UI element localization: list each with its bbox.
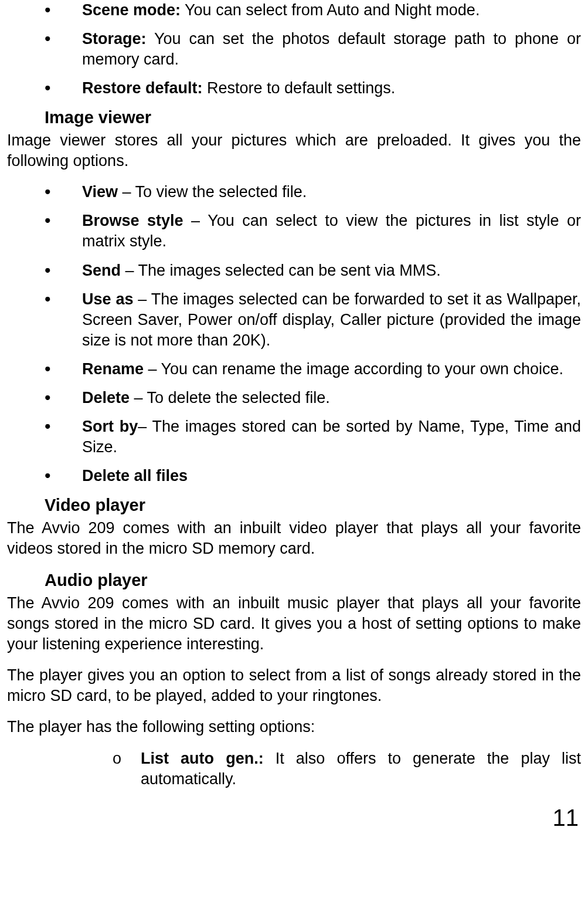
audio-player-intro-2: The player gives you an option to select… (7, 665, 581, 706)
list-item: Rename – You can rename the image accord… (7, 359, 581, 379)
list-item: Scene mode: You can select from Auto and… (7, 0, 581, 21)
list-item: Delete all files (7, 466, 581, 486)
list-item: Use as – The images selected can be forw… (7, 289, 581, 351)
video-player-intro: The Avvio 209 comes with an inbuilt vide… (7, 518, 581, 559)
item-label: List auto gen.: (141, 750, 264, 767)
document-page: Scene mode: You can select from Auto and… (0, 0, 588, 840)
item-text: – To view the selected file. (118, 183, 307, 201)
item-text: You can set the photos default storage p… (82, 30, 581, 68)
list-item: Browse style – You can select to view th… (7, 211, 581, 252)
item-label: Delete all files (82, 467, 188, 484)
audio-player-intro-3: The player has the following setting opt… (7, 717, 581, 737)
camera-options-list: Scene mode: You can select from Auto and… (7, 0, 581, 99)
audio-player-list: List auto gen.: It also offers to genera… (7, 748, 581, 789)
item-text: – You can rename the image according to … (144, 360, 563, 378)
list-item: View – To view the selected file. (7, 182, 581, 202)
list-item: Delete – To delete the selected file. (7, 388, 581, 408)
item-label: Storage: (82, 30, 147, 48)
list-item: Send – The images selected can be sent v… (7, 260, 581, 281)
item-text: – The images stored can be sorted by Nam… (82, 418, 581, 456)
audio-player-intro-1: The Avvio 209 comes with an inbuilt musi… (7, 593, 581, 655)
item-text: – The images selected can be sent via MM… (121, 262, 441, 279)
item-label: Restore default: (82, 79, 203, 97)
list-item: List auto gen.: It also offers to genera… (82, 748, 581, 789)
image-viewer-intro: Image viewer stores all your pictures wh… (7, 130, 581, 171)
image-viewer-list: View – To view the selected file. Browse… (7, 182, 581, 486)
item-label: Use as (82, 290, 133, 308)
item-label: Rename (82, 360, 144, 378)
list-item: Storage: You can set the photos default … (7, 29, 581, 70)
list-item: Restore default: Restore to default sett… (7, 78, 581, 99)
item-text: Restore to default settings. (203, 79, 396, 97)
audio-player-heading: Audio player (45, 570, 581, 592)
video-player-heading: Video player (45, 494, 581, 517)
item-label: Browse style (82, 212, 183, 229)
item-label: Delete (82, 389, 130, 406)
item-label: Send (82, 262, 121, 279)
item-label: View (82, 183, 118, 201)
item-text: – To delete the selected file. (130, 389, 330, 406)
item-text: You can select from Auto and Night mode. (181, 1, 480, 19)
image-viewer-heading: Image viewer (45, 107, 581, 129)
item-label: Sort by (82, 418, 138, 435)
item-text: – The images selected can be forwarded t… (82, 290, 581, 349)
item-label: Scene mode: (82, 1, 181, 19)
list-item: Sort by– The images stored can be sorted… (7, 416, 581, 458)
page-number: 11 (7, 797, 581, 833)
